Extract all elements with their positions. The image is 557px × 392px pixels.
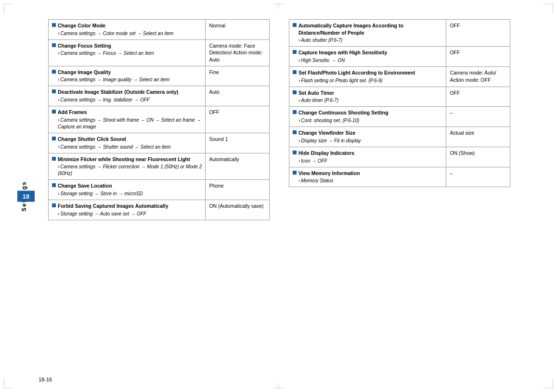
cell-description: Change Continuous Shooting Setting›Cont.… bbox=[289, 107, 446, 127]
cell-description: Add Frames›Camera settings → Shoot with … bbox=[49, 106, 206, 133]
item-title: Minimize Flicker while Shooting near Flu… bbox=[52, 156, 202, 163]
cell-value: OFF bbox=[446, 47, 510, 67]
table-row: Change Image Quality›Camera settings → I… bbox=[49, 66, 270, 86]
cell-description: Change Viewfinder Size›Display size → Fi… bbox=[289, 127, 446, 147]
cell-description: Capture Images with High Sensitivity›Hig… bbox=[289, 47, 446, 67]
cell-value: Camera mode: Face Detection/ Action mode… bbox=[206, 39, 270, 66]
cell-description: Change Image Quality›Camera settings → I… bbox=[49, 66, 206, 86]
corner-mark-tr bbox=[544, 4, 553, 13]
table-row: Change Focus Setting›Camera settings → F… bbox=[49, 39, 270, 66]
cell-value: Actual size bbox=[446, 127, 510, 147]
item-sub: ›Auto timer (P.6-7) bbox=[293, 97, 442, 104]
item-title: Change Shutter Click Sound bbox=[52, 136, 202, 143]
item-sub: ›Icon → OFF bbox=[293, 158, 442, 164]
cell-value: Sound 1 bbox=[206, 133, 270, 153]
item-title: Set Auto Timer bbox=[293, 89, 442, 97]
cell-value: OFF bbox=[446, 20, 510, 47]
table-row: Change Viewfinder Size›Display size → Fi… bbox=[289, 127, 510, 147]
cell-value: OFF bbox=[206, 106, 270, 133]
table-row: Change Save Location›Storage setting → S… bbox=[49, 180, 270, 200]
table-row: Hide Display Indicators›Icon → OFFON (Sh… bbox=[289, 147, 510, 167]
blue-square-icon bbox=[293, 70, 297, 74]
item-sub: ›Camera settings → Image quality → Selec… bbox=[52, 76, 202, 83]
cell-description: Deactivate Image Stabilizer (Outside Cam… bbox=[49, 86, 206, 106]
cell-description: Change Shutter Click Sound›Camera settin… bbox=[49, 133, 206, 153]
item-sub: ›Cont. shooting set. (P.6-10) bbox=[293, 117, 442, 124]
blue-square-icon bbox=[293, 110, 297, 114]
table-row: View Memory Information›Memory Status– bbox=[289, 167, 510, 187]
cell-value: Normal bbox=[206, 20, 270, 40]
blue-square-icon bbox=[293, 151, 297, 154]
corner-mark-tl bbox=[4, 4, 13, 13]
blue-square-icon bbox=[52, 203, 56, 207]
cell-description: Change Save Location›Storage setting → S… bbox=[49, 180, 206, 200]
table-row: Set Auto Timer›Auto timer (P.6-7)OFF bbox=[289, 87, 510, 107]
table-row: Forbid Saving Captured Images Automatica… bbox=[49, 200, 270, 220]
item-title: Capture Images with High Sensitivity bbox=[293, 49, 442, 56]
item-sub: ›Camera settings → Img. stabilizer → OFF bbox=[52, 97, 202, 103]
table-row: Deactivate Image Stabilizer (Outside Cam… bbox=[49, 86, 270, 106]
cell-description: Minimize Flicker while Shooting near Flu… bbox=[49, 153, 206, 180]
item-title: Add Frames bbox=[52, 109, 202, 116]
cell-description: Change Focus Setting›Camera settings → F… bbox=[49, 39, 206, 66]
page-badge: 18 bbox=[17, 190, 35, 202]
table-row: Change Continuous Shooting Setting›Cont.… bbox=[289, 107, 510, 127]
blue-square-icon bbox=[293, 23, 297, 27]
blue-square-icon bbox=[52, 183, 56, 187]
cell-description: Set Flash/Photo Light According to Envir… bbox=[289, 67, 446, 87]
cell-value: ON (Automatically save) bbox=[206, 200, 270, 220]
item-title: Forbid Saving Captured Images Automatica… bbox=[52, 202, 202, 210]
item-sub: ›Camera settings → Shutter sound → Selec… bbox=[52, 144, 202, 151]
cell-value: OFF bbox=[446, 87, 510, 107]
table-row: Minimize Flicker while Shooting near Flu… bbox=[49, 153, 270, 180]
item-title: Deactivate Image Stabilizer (Outside Cam… bbox=[52, 89, 202, 96]
cell-value: Fine bbox=[206, 66, 270, 86]
center-bottom-mark bbox=[274, 383, 284, 388]
item-sub: ›Storage setting → Auto save set → OFF bbox=[52, 211, 202, 217]
item-title: Change Focus Setting bbox=[52, 42, 202, 50]
item-title: Set Flash/Photo Light According to Envir… bbox=[293, 69, 442, 76]
item-title: Change Continuous Shooting Setting bbox=[293, 109, 442, 116]
cell-description: Forbid Saving Captured Images Automatica… bbox=[49, 200, 206, 220]
cell-value: ON (Show) bbox=[446, 147, 510, 167]
cell-description: View Memory Information›Memory Status bbox=[289, 167, 446, 187]
cell-value: Phone bbox=[206, 180, 270, 200]
bottom-page-number: 18-16 bbox=[39, 377, 52, 382]
blue-square-icon bbox=[293, 130, 297, 134]
cell-description: Change Color Mode›Camera settings → Colo… bbox=[49, 20, 206, 40]
table-row: Automatically Capture Images According t… bbox=[289, 20, 510, 47]
table-row: Change Shutter Click Sound›Camera settin… bbox=[49, 133, 270, 153]
blue-square-icon bbox=[52, 23, 56, 27]
corner-mark-br bbox=[544, 379, 553, 388]
center-top-mark bbox=[274, 4, 284, 9]
item-sub: ›High Sensitiv. → ON bbox=[293, 57, 442, 64]
blue-square-icon bbox=[52, 43, 56, 47]
item-sub: ›Camera settings → Flicker correction → … bbox=[52, 164, 202, 177]
item-title: Change Viewfinder Size bbox=[293, 129, 442, 137]
item-sub: ›Camera settings → Color mode set → Sele… bbox=[52, 30, 202, 37]
item-sub: ›Storage setting → Store in → microSD bbox=[52, 190, 202, 197]
blue-square-icon bbox=[293, 90, 297, 94]
item-title: Change Save Location bbox=[52, 182, 202, 190]
left-table: Change Color Mode›Camera settings → Colo… bbox=[48, 19, 270, 220]
blue-square-icon bbox=[52, 157, 56, 161]
cell-value: Automatically bbox=[206, 153, 270, 180]
blue-square-icon bbox=[52, 137, 56, 140]
item-title: Change Color Mode bbox=[52, 22, 202, 29]
item-sub: ›Auto shutter (P.6-7) bbox=[293, 37, 442, 44]
item-title: View Memory Information bbox=[293, 170, 442, 177]
corner-mark-bl bbox=[4, 379, 13, 388]
item-title: Change Image Quality bbox=[52, 69, 202, 76]
cell-description: Hide Display Indicators›Icon → OFF bbox=[289, 147, 446, 167]
item-sub: ›Display size → Fit in display bbox=[293, 138, 442, 144]
blue-square-icon bbox=[52, 89, 56, 93]
table-row: Set Flash/Photo Light According to Envir… bbox=[289, 67, 510, 87]
item-title: Hide Display Indicators bbox=[293, 150, 442, 157]
table-row: Change Color Mode›Camera settings → Colo… bbox=[49, 20, 270, 40]
cell-description: Set Auto Timer›Auto timer (P.6-7) bbox=[289, 87, 446, 107]
cell-value: Camera mode: Auto/ Action mode: OFF bbox=[446, 67, 510, 87]
item-sub: ›Memory Status bbox=[293, 177, 442, 184]
item-sub: ›Camera settings → Focus → Select an ite… bbox=[52, 50, 202, 57]
cell-value: Auto bbox=[206, 86, 270, 106]
table-row: Add Frames›Camera settings → Shoot with … bbox=[49, 106, 270, 133]
